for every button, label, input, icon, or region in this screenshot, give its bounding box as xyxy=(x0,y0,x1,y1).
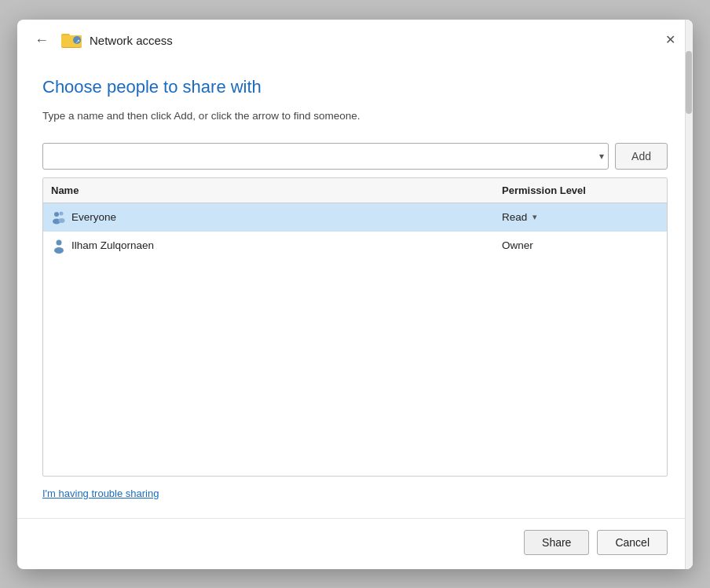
share-button[interactable]: Share xyxy=(524,530,589,555)
row-everyone-name: Everyone xyxy=(71,211,116,223)
ilham-permission-label: Owner xyxy=(502,239,533,251)
everyone-permission-label: Read xyxy=(502,211,527,223)
title-bar: ← ↗ Network access ✕ xyxy=(17,20,693,58)
col-name-header: Name xyxy=(51,184,502,196)
name-input[interactable] xyxy=(42,143,609,170)
scrollbar-track[interactable] xyxy=(685,20,693,569)
share-table: Name Permission Level Everyone Read xyxy=(42,177,668,477)
back-icon: ← xyxy=(35,32,49,49)
row-ilham-perm: Owner xyxy=(502,239,659,251)
back-button[interactable]: ← xyxy=(30,31,53,50)
network-access-dialog: ← ↗ Network access ✕ Choose people to sh… xyxy=(17,20,693,569)
svg-point-8 xyxy=(59,218,65,223)
dialog-title: Network access xyxy=(90,34,173,47)
add-user-row: ▾ Add xyxy=(42,143,668,170)
table-row: Ilham Zulqornaen Owner xyxy=(43,232,667,260)
row-name-everyone: Everyone xyxy=(51,210,502,225)
scrollbar-thumb[interactable] xyxy=(686,51,692,114)
svg-text:↗: ↗ xyxy=(75,38,80,44)
everyone-perm-dropdown-btn[interactable]: ▾ xyxy=(530,211,540,223)
col-perm-header: Permission Level xyxy=(502,184,659,196)
row-ilham-name: Ilham Zulqornaen xyxy=(71,239,154,251)
add-button[interactable]: Add xyxy=(615,143,668,170)
group-icon xyxy=(51,210,67,225)
table-row: Everyone Read ▾ ✓ Read ➜ xyxy=(43,203,667,232)
table-header: Name Permission Level xyxy=(43,178,667,203)
svg-point-7 xyxy=(60,211,64,215)
cancel-button[interactable]: Cancel xyxy=(597,530,668,555)
svg-point-9 xyxy=(57,239,62,245)
trouble-sharing-link[interactable]: I'm having trouble sharing xyxy=(42,488,668,499)
svg-point-5 xyxy=(54,212,59,217)
folder-icon: ↗ xyxy=(61,31,83,49)
dialog-footer: Share Cancel xyxy=(17,518,693,569)
user-icon xyxy=(51,238,67,254)
row-everyone-perm: Read ▾ ✓ Read ➜ Read/Write xyxy=(502,211,659,223)
close-button[interactable]: ✕ xyxy=(659,29,682,50)
row-name-ilham: Ilham Zulqornaen xyxy=(51,238,502,254)
dialog-heading: Choose people to share with xyxy=(42,77,668,97)
name-input-wrap: ▾ xyxy=(42,143,609,170)
dialog-body: Choose people to share with Type a name … xyxy=(17,58,693,518)
dialog-subtitle: Type a name and then click Add, or click… xyxy=(42,108,668,124)
svg-point-10 xyxy=(54,247,64,254)
